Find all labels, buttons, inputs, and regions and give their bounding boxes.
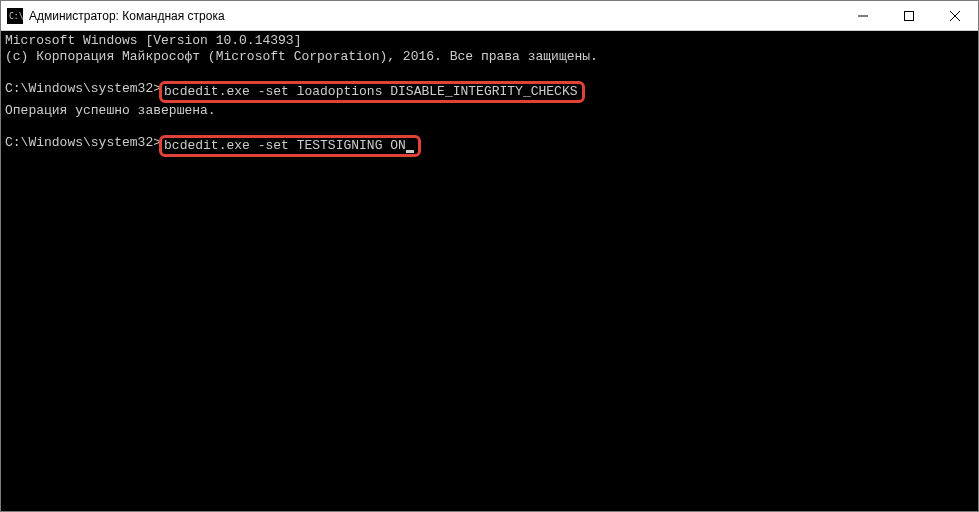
cmd-icon: C:\ bbox=[7, 8, 23, 24]
console-area[interactable]: Microsoft Windows [Version 10.0.14393] (… bbox=[1, 31, 978, 511]
highlighted-command: bcdedit.exe -set TESTSIGNING ON bbox=[159, 135, 421, 157]
banner-line: Microsoft Windows [Version 10.0.14393] bbox=[5, 33, 974, 49]
prompt-path: C:\Windows\system32> bbox=[5, 81, 161, 97]
prompt-line: C:\Windows\system32>bcdedit.exe -set loa… bbox=[5, 81, 974, 103]
svg-text:C:\: C:\ bbox=[9, 12, 23, 21]
output-line: Операция успешно завершена. bbox=[5, 103, 974, 119]
command-text: bcdedit.exe -set TESTSIGNING ON bbox=[164, 138, 406, 153]
minimize-button[interactable] bbox=[840, 1, 886, 30]
window-title: Администратор: Командная строка bbox=[29, 9, 840, 23]
banner-line: (c) Корпорация Майкрософт (Microsoft Cor… bbox=[5, 49, 974, 65]
window-controls bbox=[840, 1, 978, 30]
maximize-button[interactable] bbox=[886, 1, 932, 30]
svg-rect-3 bbox=[905, 11, 914, 20]
command-text: bcdedit.exe -set loadoptions DISABLE_INT… bbox=[164, 84, 577, 99]
close-button[interactable] bbox=[932, 1, 978, 30]
text-cursor bbox=[406, 150, 414, 153]
prompt-path: C:\Windows\system32> bbox=[5, 135, 161, 151]
titlebar[interactable]: C:\ Администратор: Командная строка bbox=[1, 1, 978, 31]
blank-line bbox=[5, 65, 974, 81]
blank-line bbox=[5, 119, 974, 135]
prompt-line: C:\Windows\system32>bcdedit.exe -set TES… bbox=[5, 135, 974, 157]
command-prompt-window: C:\ Администратор: Командная строка Micr… bbox=[0, 0, 979, 512]
highlighted-command: bcdedit.exe -set loadoptions DISABLE_INT… bbox=[159, 81, 584, 103]
